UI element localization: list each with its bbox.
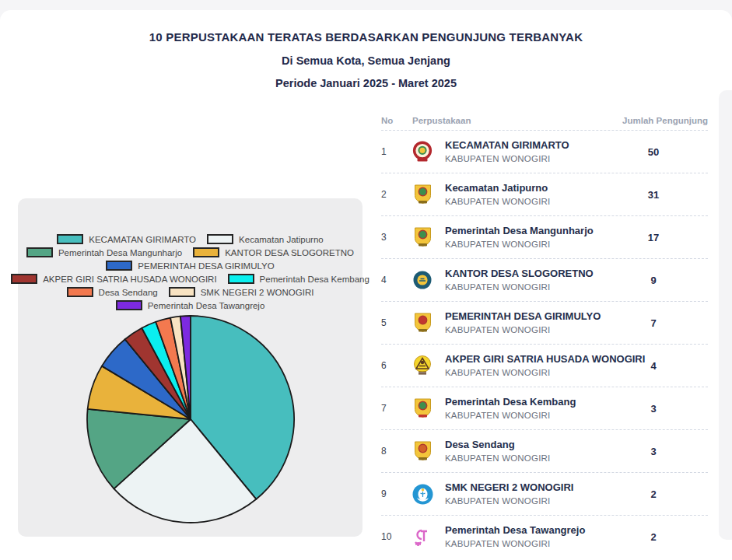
row-number: 7 [381,403,405,414]
visitor-count: 31 [599,189,708,201]
table-row-1[interactable]: 1 KECAMATAN GIRIMARTOKABUPATEN WONOGIRI5… [381,131,708,173]
row-number: 8 [381,446,405,457]
library-region: KABUPATEN WONOGIRI [445,324,599,336]
library-region: KABUPATEN WONOGIRI [445,410,599,422]
legend-label: KANTOR DESA SLOGORETNO [225,248,354,257]
library-region: KABUPATEN WONOGIRI [445,153,599,165]
library-name: SMK NEGERI 2 WONOGIRI [445,481,599,494]
pie-legend: KECAMATAN GIRIMARTOKecamatan JatipurnoPe… [18,233,362,312]
table-row-8[interactable]: 8 Desa SendangKABUPATEN WONOGIRI3 [381,430,708,473]
pie-chart [85,313,296,528]
pie-chart-card: KECAMATAN GIRIMARTOKecamatan JatipurnoPe… [18,198,362,537]
legend-item-10[interactable]: Pemerintah Desa Tawangrejo [116,300,265,310]
tawangrejo-mark-icon [411,525,434,548]
legend-item-5[interactable]: PEMERINTAH DESA GIRIMULYO [106,261,274,271]
table-row-10[interactable]: 10 Pemerintah Desa TawangrejoKABUPATEN W… [381,516,708,558]
legend-item-8[interactable]: Desa Sendang [67,287,158,297]
legend-row: Pemerintah Desa Tawangrejo [18,299,362,312]
column-header-perpustakaan: Perpustakaan [405,116,599,125]
library-region: KABUPATEN WONOGIRI [445,196,599,208]
legend-label: Kecamatan Jatipurno [239,235,324,244]
row-number: 10 [381,531,405,542]
legend-row: AKPER GIRI SATRIA HUSADA WONOGIRIPemerin… [18,272,362,285]
legend-label: Pemerintah Desa Tawangrejo [148,301,265,310]
table-row-2[interactable]: 2 Kecamatan JatipurnoKABUPATEN WONOGIRI3… [381,173,708,216]
adjacent-card-edge [719,90,732,540]
table-row-7[interactable]: 7 Pemerintah Desa KembangKABUPATEN WONOG… [381,387,708,430]
library-name: AKPER GIRI SATRIA HUSADA WONOGIRI [445,353,599,366]
library-name: Kecamatan Jatipurno [445,182,599,194]
table-body: 1 KECAMATAN GIRIMARTOKABUPATEN WONOGIRI5… [381,131,708,558]
legend-label: Pemerintah Desa Kembang [260,275,370,284]
legend-swatch-icon [57,234,83,244]
visitor-count: 3 [599,403,708,415]
legend-label: AKPER GIRI SATRIA HUSADA WONOGIRI [43,275,216,284]
row-number: 5 [381,317,405,328]
library-region: KABUPATEN WONOGIRI [445,453,599,464]
library-region: KABUPATEN WONOGIRI [445,495,599,507]
library-region: KABUPATEN WONOGIRI [445,282,599,293]
legend-item-6[interactable]: AKPER GIRI SATRIA HUSADA WONOGIRI [11,274,216,284]
legend-label: Pemerintah Desa Mangunharjo [58,248,182,257]
library-name: Pemerintah Desa Tawangrejo [445,524,599,537]
legend-swatch-icon [11,274,37,284]
legend-swatch-icon [106,261,132,271]
row-number: 1 [381,146,405,157]
smk-tutwuri-icon [411,482,434,506]
column-header-no: No [381,116,405,125]
legend-item-2[interactable]: Kecamatan Jatipurno [207,234,324,244]
row-number: 6 [381,360,405,371]
sendang-shield-icon [411,439,434,463]
table-row-3[interactable]: 3 Pemerintah Desa MangunharjoKABUPATEN W… [381,216,708,259]
legend-item-4[interactable]: KANTOR DESA SLOGORETNO [193,247,354,257]
report-card: 10 PERPUSTAKAAN TERATAS BERDASARKAN PENG… [0,10,732,560]
legend-item-3[interactable]: Pemerintah Desa Mangunharjo [26,247,182,257]
library-name: KECAMATAN GIRIMARTO [445,139,599,152]
legend-swatch-icon [228,274,254,284]
library-name: KANTOR DESA SLOGORETNO [445,268,599,280]
visitor-count: 7 [599,317,708,329]
table-row-4[interactable]: 4 KANTOR DESA SLOGORETNOKABUPATEN WONOGI… [381,259,708,302]
page-title: 10 PERPUSTAKAAN TERATAS BERDASARKAN PENG… [0,30,732,44]
visitor-count: 50 [599,146,708,158]
legend-label: SMK NEGERI 2 WONOGIRI [201,288,314,297]
mangunharjo-shield-icon [411,226,434,249]
row-number: 9 [381,488,405,499]
visitor-count: 2 [599,488,708,500]
legend-swatch-icon [67,287,93,297]
legend-label: KECAMATAN GIRIMARTO [89,235,196,244]
visitor-count: 2 [599,531,708,543]
row-number: 4 [381,275,405,285]
table-row-5[interactable]: 5 PEMERINTAH DESA GIRIMULYOKABUPATEN WON… [381,302,708,345]
legend-label: PEMERINTAH DESA GIRIMULYO [138,261,274,271]
legend-swatch-icon [169,287,195,297]
legend-item-9[interactable]: SMK NEGERI 2 WONOGIRI [169,287,314,297]
page-period: Periode Januari 2025 - Maret 2025 [0,77,732,89]
row-number: 2 [381,189,405,200]
library-region: KABUPATEN WONOGIRI [445,367,599,379]
kembang-shield-icon [411,397,434,420]
legend-swatch-icon [207,234,233,244]
legend-row: PEMERINTAH DESA GIRIMULYO [18,259,362,272]
legend-item-7[interactable]: Pemerintah Desa Kembang [228,274,370,284]
report-header: 10 PERPUSTAKAAN TERATAS BERDASARKAN PENG… [0,30,732,89]
table-row-6[interactable]: 6 AKPER GIRI SATRIA HUSADA WONOGIRIKABUP… [381,345,708,387]
page-subtitle: Di Semua Kota, Semua Jenjang [0,54,732,67]
legend-row: Desa SendangSMK NEGERI 2 WONOGIRI [18,285,362,299]
legend-swatch-icon [26,247,53,257]
legend-swatch-icon [193,247,219,257]
visitor-count: 17 [599,232,708,243]
library-name: Pemerintah Desa Mangunharjo [445,225,599,237]
legend-item-1[interactable]: KECAMATAN GIRIMARTO [57,234,196,244]
legend-row: KECAMATAN GIRIMARTOKecamatan Jatipurno [18,233,362,246]
library-region: KABUPATEN WONOGIRI [445,239,599,250]
legend-swatch-icon [116,300,142,310]
table-row-9[interactable]: 9 SMK NEGERI 2 WONOGIRIKABUPATEN WONOGIR… [381,473,708,516]
slogoretno-round-icon [411,268,434,292]
table-header-row: No Perpustakaan Jumlah Pengunjung [381,111,708,130]
girimulyo-shield-icon [411,311,434,334]
visitor-count: 4 [599,360,708,372]
akper-emblem-icon [411,354,434,377]
girimarto-seal-icon [411,140,434,163]
top-libraries-table: No Perpustakaan Jumlah Pengunjung 1 KECA… [381,111,708,558]
